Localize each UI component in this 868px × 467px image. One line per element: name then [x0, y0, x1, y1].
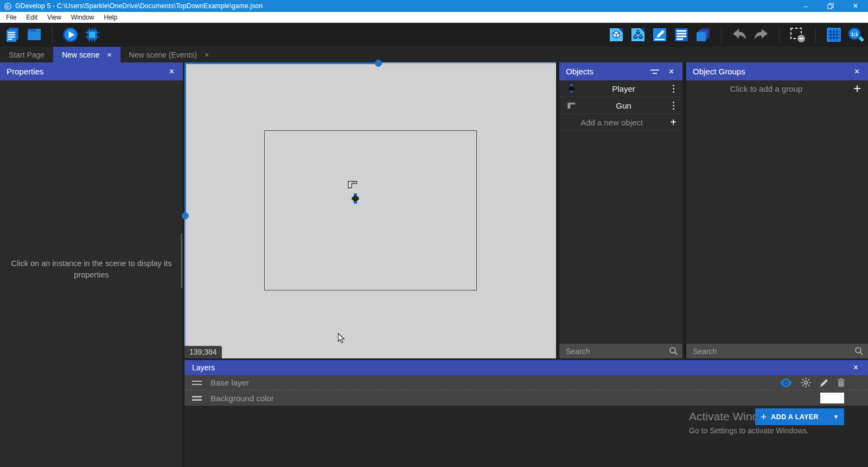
zoom-original-button[interactable]: 1:1 [847, 27, 864, 43]
object-groups-search-input[interactable] [686, 344, 868, 358]
restore-button[interactable] [818, 0, 843, 12]
open-properties-panel-button[interactable] [652, 27, 668, 43]
menu-file[interactable]: File [1, 14, 21, 21]
pane-resize-handle-left[interactable] [182, 212, 189, 219]
pane-divider-horizontal[interactable] [184, 62, 378, 64]
plus-icon: + [846, 81, 868, 96]
close-objects-icon[interactable]: × [667, 66, 676, 77]
open-instances-list-button[interactable] [673, 27, 690, 43]
background-color-swatch[interactable] [820, 393, 844, 403]
mouse-cursor [337, 333, 345, 344]
filter-icon[interactable] [650, 69, 659, 74]
scene-canvas[interactable]: 139;384 [184, 62, 556, 358]
object-name: Player [583, 84, 664, 93]
objects-search-bar [559, 344, 682, 358]
tab-close-icon[interactable]: × [107, 51, 111, 59]
tab-new-scene-events[interactable]: New scene (Events) × [120, 47, 218, 62]
layer-row-base[interactable]: Base layer [184, 375, 868, 390]
tab-start-page[interactable]: Start Page [0, 47, 53, 62]
tab-label: New scene [62, 51, 99, 59]
window-title: GDevelop 5 - C:\Users\Sparkle\OneDrive\D… [15, 2, 793, 10]
layer-row-background-color[interactable]: Background color [184, 390, 868, 406]
minimize-button[interactable]: – [793, 0, 818, 12]
debug-button[interactable] [84, 27, 100, 43]
layers-panel-icon [695, 27, 711, 43]
play-preview-button[interactable] [62, 27, 79, 43]
tab-label: New scene (Events) [129, 51, 197, 59]
player-object-icon [569, 84, 575, 93]
object-row-player[interactable]: Player [559, 80, 682, 97]
gdevelop-logo-icon [4, 3, 11, 10]
tab-label: Start Page [9, 51, 44, 59]
layer-edit-icon[interactable] [819, 378, 829, 388]
toggle-grid-button[interactable] [826, 27, 842, 43]
scene-window-icon [26, 27, 42, 43]
properties-empty-message: Click on an instance in the scene to dis… [11, 258, 172, 281]
undo-icon [731, 27, 748, 43]
search-icon [854, 346, 864, 356]
pane-divider-vertical[interactable] [184, 62, 186, 216]
object-menu-icon[interactable] [664, 102, 682, 110]
drag-handle-icon[interactable] [192, 396, 202, 400]
game-window-bounds [264, 130, 477, 291]
properties-panel-header: Properties × [0, 62, 183, 80]
tab-close-icon[interactable]: × [205, 51, 209, 59]
mask-icon [789, 27, 806, 43]
plus-icon: + [761, 411, 767, 423]
close-object-groups-icon[interactable]: × [852, 66, 861, 77]
main-toolbar: 1:1 [0, 23, 868, 47]
open-object-groups-panel-button[interactable] [630, 27, 646, 43]
plus-icon: + [664, 116, 682, 129]
object-menu-icon[interactable] [664, 85, 682, 93]
object-groups-panel-icon [630, 27, 646, 43]
add-new-object-button[interactable]: Add a new object + [559, 114, 682, 131]
menu-help[interactable]: Help [99, 14, 123, 21]
object-groups-panel: Object Groups × Click to add a group + [686, 62, 868, 358]
properties-panel-title: Properties [7, 67, 167, 76]
pane-divider-horizontal[interactable] [378, 62, 556, 64]
layer-delete-icon[interactable] [837, 378, 845, 387]
layer-visibility-icon[interactable] [780, 378, 793, 387]
tab-new-scene[interactable]: New scene × [53, 47, 120, 62]
zoom-1-1-icon: 1:1 [847, 27, 864, 43]
gun-instance[interactable] [348, 181, 358, 188]
object-groups-search-bar [686, 344, 868, 358]
layers-panel-header: Layers × [184, 360, 868, 375]
instances-list-icon [673, 27, 690, 43]
close-button[interactable]: × [843, 0, 868, 12]
layer-effects-icon[interactable] [801, 377, 811, 388]
open-layers-panel-button[interactable] [695, 27, 711, 43]
objects-panel-title: Objects [566, 67, 650, 76]
add-group-button[interactable]: Click to add a group + [686, 80, 868, 97]
debugger-icon [84, 27, 100, 43]
project-manager-button[interactable] [4, 27, 21, 43]
properties-panel: Properties × Click on an instance in the… [0, 62, 183, 467]
pane-divider-vertical[interactable] [184, 216, 186, 358]
close-layers-icon[interactable]: × [851, 362, 860, 373]
menu-window[interactable]: Window [66, 14, 99, 21]
redo-icon [753, 27, 769, 43]
pane-resize-handle-top[interactable] [375, 60, 382, 67]
grid-icon [826, 27, 842, 43]
add-a-layer-button[interactable]: + ADD A LAYER ▼ [755, 408, 844, 425]
menu-view[interactable]: View [42, 14, 66, 21]
properties-scrollbar[interactable] [181, 234, 182, 288]
object-name: Gun [583, 101, 664, 110]
object-groups-panel-header: Object Groups × [686, 62, 868, 80]
drag-handle-icon[interactable] [192, 381, 202, 385]
open-objects-panel-button[interactable] [608, 27, 624, 43]
undo-button[interactable] [731, 27, 748, 43]
object-row-gun[interactable]: Gun [559, 97, 682, 114]
objects-search-input[interactable] [559, 344, 682, 358]
layer-name: Background color [210, 394, 820, 403]
redo-button[interactable] [753, 27, 769, 43]
chevron-down-icon[interactable]: ▼ [829, 414, 839, 420]
play-icon [62, 27, 79, 43]
toggle-mask-button[interactable] [789, 27, 806, 43]
close-properties-icon[interactable]: × [167, 66, 176, 77]
start-page-button[interactable] [26, 27, 42, 43]
player-instance[interactable] [352, 193, 359, 204]
menu-edit[interactable]: Edit [21, 14, 42, 21]
objects-panel-header: Objects × [559, 62, 682, 80]
objects-panel-icon [608, 27, 624, 43]
